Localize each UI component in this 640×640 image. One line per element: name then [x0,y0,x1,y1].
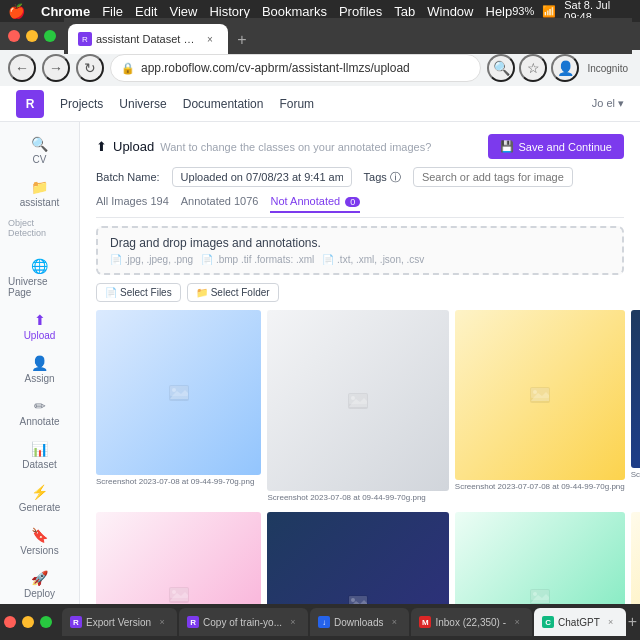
select-folder-label: Select Folder [211,287,270,298]
bottom-tab-inbox[interactable]: M Inbox (22,350) - × [411,608,532,636]
batch-input[interactable] [172,167,352,187]
bottom-max-button[interactable] [40,616,52,628]
bottom-tab-close[interactable]: × [155,615,169,629]
image-cell[interactable]: Screenshot 2023-07-07-08 at 09-44-99-70g… [455,310,625,506]
url-bar[interactable]: 🔒 app.roboflow.com/cv-apbrm/assistant-ll… [110,54,481,82]
content-area: ⬆ Upload Want to change the classes on y… [80,122,640,604]
bottom-tab-copy-train[interactable]: R Copy of train-yo... × [179,608,308,636]
annotate-icon: ✏ [34,398,46,414]
menu-help[interactable]: Help [486,4,513,19]
svg-point-10 [533,390,537,394]
image-thumbnail [631,512,640,604]
image-cell[interactable]: prev mode screen Ti-20167/TIM-positive-p… [267,512,448,604]
tags-input[interactable] [413,167,573,187]
maximize-window-button[interactable] [44,30,56,42]
sidebar-item-assistant[interactable]: 📁 assistant [4,173,75,214]
sidebar-item-annotate[interactable]: ✏ Annotate [4,392,75,433]
sidebar-sub-object: Object Detection [0,216,79,240]
reload-button[interactable]: ↻ [76,54,104,82]
tab-bar: R assistant Dataset > Upload × + [64,18,632,54]
apple-menu[interactable]: 🍎 [8,3,25,19]
sidebar-label-annotate: Annotate [19,416,59,427]
profile-icon[interactable]: 👤 [551,54,579,82]
forward-button[interactable]: → [42,54,70,82]
menu-profiles[interactable]: Profiles [339,4,382,19]
tab-annotated[interactable]: Annotated 1076 [181,195,259,213]
bottom-tab-close[interactable]: × [387,615,401,629]
tab-favicon: R [78,32,92,46]
sidebar-item-cv[interactable]: 🔍 CV [4,130,75,171]
tab-close-button[interactable]: × [202,31,218,47]
nav-projects[interactable]: Projects [60,97,103,111]
annotated-count: 1076 [234,195,258,207]
bottom-tab-export[interactable]: R Export Version × [62,608,177,636]
drop-title: Drag and drop images and annotations. [110,236,610,250]
sidebar-item-assign[interactable]: 👤 Assign [4,349,75,390]
sidebar-label-universe: Universe Page [8,276,71,298]
select-files-button[interactable]: 📄 Select Files [96,283,181,302]
assign-icon: 👤 [31,355,48,371]
menu-bookmarks[interactable]: Bookmarks [262,4,327,19]
menu-edit[interactable]: Edit [135,4,157,19]
sidebar-item-generate[interactable]: ⚡ Generate [4,478,75,519]
menu-history[interactable]: History [209,4,249,19]
save-continue-button[interactable]: 💾 Save and Continue [488,134,624,159]
menu-file[interactable]: File [102,4,123,19]
image-cell[interactable]: Screenshot 2023-07-08 at 09-44-99-70g.pn… [96,310,261,506]
bottom-tab-chatgpt[interactable]: C ChatGPT × [534,608,626,636]
bottom-tab-title: Export Version [86,617,151,628]
nav-universe[interactable]: Universe [119,97,166,111]
bottom-close-button[interactable] [4,616,16,628]
nav-forum[interactable]: Forum [279,97,314,111]
sidebar-item-upload[interactable]: ⬆ Upload [4,306,75,347]
menu-window[interactable]: Window [427,4,473,19]
image-thumbnail [267,512,448,604]
image-thumbnail [455,310,625,480]
back-button[interactable]: ← [8,54,36,82]
upload-toolbar: 📄 Select Files 📁 Select Folder [96,283,624,302]
bottom-min-button[interactable] [22,616,34,628]
image-cell[interactable]: plastic arrow Screenshot image.png - 111… [96,512,261,604]
app-name[interactable]: Chrome [41,4,90,19]
upload-icon: ⬆ [34,312,46,328]
sidebar-item-dataset[interactable]: 📊 Dataset [4,435,75,476]
select-folder-button[interactable]: 📁 Select Folder [187,283,279,302]
new-tab-button[interactable]: + [228,26,256,54]
nav-documentation[interactable]: Documentation [183,97,264,111]
bottom-tab-close[interactable]: × [510,615,524,629]
image-cell[interactable]: Screenshot 2023-07-08 at 09-44-99-70g.pn… [267,310,448,506]
batch-label: Batch Name: [96,171,160,183]
image-thumbnail [96,310,261,475]
bottom-tab-favicon: M [419,616,431,628]
minimize-window-button[interactable] [26,30,38,42]
menu-tab[interactable]: Tab [394,4,415,19]
bottom-tab-downloads[interactable]: ↓ Downloads × [310,608,409,636]
active-tab[interactable]: R assistant Dataset > Upload × [68,24,228,54]
assistant-icon: 📁 [31,179,48,195]
sidebar-item-deploy[interactable]: 🚀 Deploy [4,564,75,604]
bottom-new-tab-button[interactable]: + [628,608,637,636]
drop-zone[interactable]: Drag and drop images and annotations. 📄 … [96,226,624,275]
image-thumbnail [267,310,448,491]
chrome-titlebar: R assistant Dataset > Upload × + [0,22,640,50]
url-text: app.roboflow.com/cv-apbrm/assistant-llmz… [141,61,410,75]
tab-all-images[interactable]: All Images 194 [96,195,169,213]
tab-not-annotated[interactable]: Not Annotated 0 [270,195,360,213]
roboflow-logo[interactable]: R [16,90,44,118]
image-grid: Screenshot 2023-07-08 at 09-44-99-70g.pn… [96,310,624,604]
image-cell[interactable]: Teens_1371_1156.png [455,512,625,604]
image-cell[interactable]: Screenshot 2023-07-05 at 09-44-99-50g.pn… [631,512,640,604]
sidebar-item-versions[interactable]: 🔖 Versions [4,521,75,562]
sidebar-item-universe[interactable]: 🌐 Universe Page [4,252,75,304]
bottom-tab-close[interactable]: × [286,615,300,629]
menu-view[interactable]: View [169,4,197,19]
svg-point-30 [172,590,176,594]
image-cell[interactable]: Screenshot 2023-07-05 at 09-44-99-60g.pn… [631,310,640,506]
bottom-tab-close[interactable]: × [604,615,618,629]
search-icon[interactable]: 🔍 [487,54,515,82]
bookmark-icon[interactable]: ☆ [519,54,547,82]
close-window-button[interactable] [8,30,20,42]
sidebar-label-deploy: Deploy [24,588,55,599]
bottom-tab-bar: R Export Version × R Copy of train-yo...… [0,604,640,640]
user-menu[interactable]: Jo el ▾ [592,97,624,110]
